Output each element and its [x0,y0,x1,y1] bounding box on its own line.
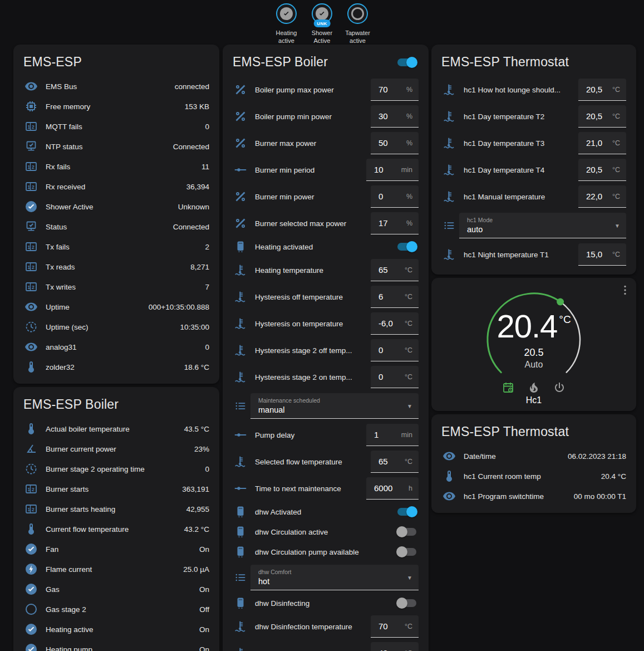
entity-row[interactable]: Burner current power23% [22,439,210,459]
entity-row[interactable]: Heating pumpOn [22,639,210,651]
entity-row[interactable]: zolder3218.6 °C [22,357,210,377]
fire-icon[interactable] [527,381,540,394]
number-input[interactable]: -6,0°C [371,312,419,335]
entity-row[interactable]: analog310 [22,337,210,357]
toggle-switch[interactable] [396,526,417,537]
badge-shower-active[interactable]: UNKShower Active [307,3,338,45]
entity-row[interactable]: hc1 Program switchtime00 mo 00:00 T1 [440,486,627,506]
select-input[interactable]: Maintenance scheduledmanual▼ [250,393,419,419]
entity-row[interactable]: Heating activeOn [22,619,210,639]
select-value: auto [467,225,611,234]
entity-row[interactable]: 12Rx fails11 [22,156,210,177]
number-input[interactable]: 40°C [371,642,419,651]
boiler-card-toggle[interactable] [396,57,417,68]
entity-row[interactable]: FanOn [22,539,210,559]
entity-value: On [195,545,209,554]
entity-label: analog31 [46,343,77,351]
toggle-switch[interactable] [396,241,417,252]
thermometer-icon [443,469,456,483]
eye-icon [24,340,38,354]
number-input[interactable]: 1min [366,424,419,446]
counter-icon: 12 [24,260,38,273]
entity-label: Gas [46,585,60,594]
entity-value: 0 [200,123,209,131]
toggle-switch[interactable] [396,506,417,517]
number-unit: °C [405,373,412,381]
number-input[interactable]: 20,5°C [578,105,626,128]
number-input[interactable]: 6000h [366,477,419,500]
select-input[interactable]: dhw Comforthot▼ [250,565,419,590]
badge-heating-active[interactable]: Heating active [271,3,302,45]
card-thermostat-info: EMS-ESP Thermostat Date/time06.02.2023 2… [431,414,636,513]
entity-row[interactable]: 12Tx writes7 [22,277,210,297]
badge-label: Heating active [276,29,297,45]
entity-label: dhw Disinfection temperature [255,623,371,631]
number-input[interactable]: 21,0°C [578,132,626,154]
entity-row[interactable]: 12Tx fails2 [22,237,210,257]
number-unit: % [406,112,412,120]
entity-row[interactable]: Flame current25.0 µA [22,559,210,579]
entity-value: Connected [169,143,209,151]
entity-row[interactable]: Gas stage 2Off [22,599,210,619]
entity-label: Actual boiler temperature [46,425,130,433]
thermometer-icon [24,360,38,374]
number-value: 0 [378,372,383,381]
number-input[interactable]: 30% [371,105,419,128]
entity-row[interactable]: NTP statusConnected [22,136,210,156]
entity-row[interactable]: hc1 Current room temp20.4 °C [440,466,627,486]
entity-row[interactable]: Uptime (sec)10:35:00 [22,317,210,337]
number-input[interactable]: 70% [371,79,419,101]
entity-row: dhw Comforthot▼ [232,562,420,593]
badge-tapwater-active[interactable]: Tapwater active [342,3,373,45]
entity-row[interactable]: Burner stage 2 operating time0 [22,459,210,479]
number-input[interactable]: 65°C [371,451,419,473]
entity-row[interactable]: 12Burner starts heating42,955 [22,499,210,519]
calendar-clock-icon[interactable] [502,381,515,394]
entity-row: Maintenance scheduledmanual▼ [232,390,420,422]
number-input[interactable]: 20,5°C [578,159,626,181]
number-input[interactable]: 20,5°C [578,79,626,101]
number-input[interactable]: 0°C [371,339,419,361]
percent-icon [234,217,247,230]
number-input[interactable]: 6°C [371,286,419,308]
entity-row[interactable]: Uptime000+10:35:00.888 [22,297,210,317]
entity-row[interactable]: 12Tx reads8,271 [22,257,210,277]
entity-label: Rx fails [46,163,70,171]
entity-row[interactable]: 12MQTT fails0 [22,116,210,136]
number-input[interactable]: 0% [371,185,419,208]
power-icon[interactable] [553,381,566,394]
entity-label: dhw Activated [255,508,396,516]
thermo-water-icon [443,110,456,123]
number-input[interactable]: 22,0°C [578,185,626,208]
entity-value: 11 [197,163,209,171]
number-input[interactable]: 50% [371,132,419,154]
select-input[interactable]: hc1 Modeauto▼ [459,213,626,238]
number-unit: °C [405,293,412,301]
entity-row[interactable]: StatusConnected [22,217,210,237]
card-ems-esp: EMS-ESP EMS BusconnectedFree memory153 K… [13,45,219,384]
toggle-switch[interactable] [396,598,417,609]
number-input[interactable]: 65°C [371,259,419,281]
entity-row[interactable]: Date/time06.02.2023 21:18 [440,446,627,466]
entity-label: dhw Circulation pump available [255,548,396,556]
column-middle: EMS-ESP Boiler Boiler pump max power70%B… [223,45,429,651]
entity-row[interactable]: GasOn [22,579,210,599]
number-input[interactable]: 70°C [371,615,419,638]
number-input[interactable]: 15,0°C [578,243,626,266]
entity-value: Unknown [174,203,209,211]
entity-row[interactable]: 12Rx received36,394 [22,177,210,197]
toggle-switch[interactable] [396,546,417,557]
entity-row[interactable]: Shower ActiveUnknown [22,197,210,217]
entity-label: Boiler pump max power [255,86,371,94]
entity-row[interactable]: Actual boiler temperature43.5 °C [22,419,210,439]
entity-label: dhw Flow temperature offset [255,649,371,651]
entity-value: Off [195,605,209,614]
entity-row[interactable]: 12Burner starts363,191 [22,479,210,499]
entity-row[interactable]: EMS Busconnected [22,76,210,96]
number-input[interactable]: 0°C [371,366,419,388]
entity-row[interactable]: Free memory153 KB [22,96,210,116]
number-input[interactable]: 17% [371,212,419,234]
entity-row[interactable]: Current flow temperature43.2 °C [22,519,210,539]
number-input[interactable]: 10min [366,159,419,181]
slider-icon [234,482,247,495]
